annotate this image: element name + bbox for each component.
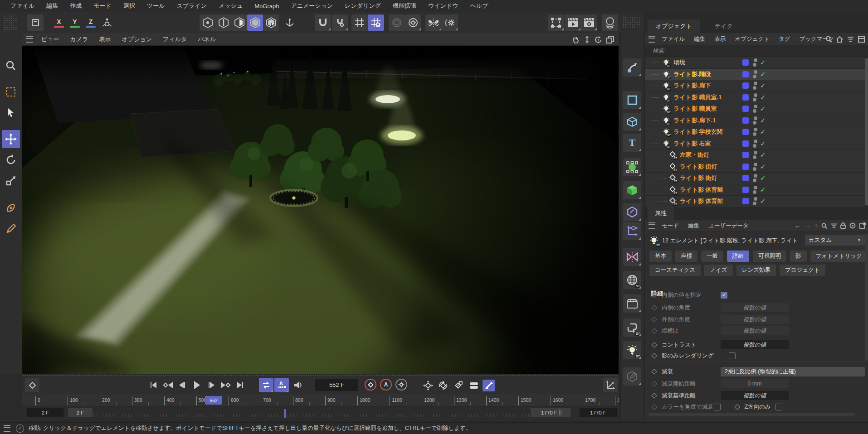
layer-color-chip[interactable] — [742, 94, 749, 101]
range-start-field[interactable]: 2 F — [27, 408, 63, 417]
om-filter-icon[interactable] — [847, 36, 854, 42]
menubar-item[interactable]: ヘルプ — [464, 2, 494, 10]
contrast-field[interactable]: 複数の値 — [721, 340, 789, 349]
new-panel-icon[interactable] — [859, 222, 866, 229]
range-end-field[interactable]: 1770 F — [580, 408, 617, 417]
layer-color-chip[interactable] — [742, 117, 749, 124]
recent-tool-1-button[interactable] — [2, 199, 20, 217]
record-pla-toggle[interactable] — [483, 380, 495, 391]
symmetry-object-button[interactable] — [623, 248, 641, 266]
take-button[interactable]: ST — [623, 318, 641, 337]
keyframe-diamond-icon[interactable] — [651, 381, 657, 387]
object-name[interactable]: ライト影.廊下.1 — [673, 116, 716, 125]
viewport-menu-item[interactable]: パネル — [192, 35, 221, 43]
attr-tab[interactable]: コースティクス — [649, 265, 701, 276]
coordinate-system-button[interactable] — [99, 14, 115, 31]
stage-camera-button[interactable] — [623, 294, 641, 313]
menubar-item[interactable]: モード — [88, 2, 117, 10]
keyframe-selection-button[interactable] — [25, 378, 39, 392]
menubar-item[interactable]: メッシュ — [213, 2, 249, 10]
menubar-item[interactable]: アニメーション — [285, 2, 339, 10]
maximize-view-icon[interactable] — [606, 36, 614, 43]
keying-settings-button[interactable] — [395, 379, 407, 391]
record-parameters-toggle[interactable] — [468, 380, 480, 391]
dolly-icon[interactable] — [584, 36, 590, 43]
keyframe-diamond-icon[interactable] — [651, 404, 657, 410]
menubar-item[interactable]: MoGraph — [249, 3, 285, 10]
attributes-menu-item[interactable]: 編集 — [683, 222, 704, 230]
move-tool-button[interactable] — [2, 130, 20, 148]
light-object-button[interactable]: ST — [623, 341, 641, 359]
axis-edit-button[interactable] — [282, 14, 298, 31]
history-button[interactable] — [27, 14, 44, 31]
next-frame-button[interactable] — [204, 378, 219, 392]
layer-color-chip[interactable] — [742, 140, 749, 147]
om-home-icon[interactable] — [836, 36, 843, 43]
object-tree-row[interactable]: ST ライト影 街灯 ✓ — [645, 161, 865, 173]
edges-mode-button[interactable] — [215, 14, 232, 31]
loop-mode-button[interactable] — [259, 378, 273, 392]
attr-tab[interactable]: 可視照明 — [753, 251, 786, 262]
object-manager-menu-item[interactable]: 編集 — [689, 35, 710, 43]
status-menu-icon[interactable] — [4, 425, 10, 432]
range-end-handle[interactable]: 1770 F — [531, 408, 571, 417]
attr-tab[interactable]: フォトメトリック — [810, 251, 868, 262]
keyframe-diamond-icon[interactable] — [651, 305, 657, 311]
object-name[interactable]: ライト影 職員室.1 — [673, 93, 722, 101]
om-search-icon[interactable] — [825, 36, 832, 43]
deformer-button[interactable] — [623, 181, 641, 199]
panel-drag-handle[interactable] — [622, 17, 640, 29]
tab-take-manager[interactable]: テイク — [707, 19, 741, 33]
object-name[interactable]: ライト影 職員室 — [673, 105, 717, 113]
attr-tab[interactable]: ノイズ — [704, 265, 732, 276]
object-tree-row[interactable]: ST 左家・街灯 ✓ — [645, 149, 865, 161]
enabled-check-icon[interactable]: ✓ — [760, 93, 766, 101]
pen-spline-tool-button[interactable] — [623, 58, 641, 77]
fcurve-manager-button[interactable] — [603, 378, 618, 392]
menubar-item[interactable]: 選択 — [117, 2, 141, 10]
generator-button[interactable] — [623, 158, 641, 176]
attributes-h-scrollbar[interactable] — [649, 413, 855, 416]
goto-start-button[interactable] — [146, 378, 161, 392]
object-tree-row[interactable]: ST ライト影.廊下 ✓ — [645, 80, 865, 92]
range-track[interactable] — [93, 408, 531, 417]
attr-tab[interactable]: 詳細 — [727, 251, 749, 262]
attributes-v-scrollbar[interactable] — [865, 234, 868, 361]
object-type-icon[interactable]: ST — [662, 70, 671, 79]
play-button[interactable] — [190, 378, 204, 392]
outer-angle-field[interactable]: 複数の値 — [721, 315, 789, 324]
layer-color-chip[interactable] — [742, 152, 749, 158]
recent-tool-2-button[interactable] — [2, 220, 20, 238]
visibility-dots[interactable] — [753, 150, 757, 160]
viewport-solo-button[interactable] — [405, 14, 421, 31]
object-type-icon[interactable]: ST — [662, 116, 671, 125]
orbit-icon[interactable] — [595, 36, 602, 43]
viewport-solo-off-button[interactable] — [389, 14, 405, 31]
menubar-item[interactable]: レンダリング — [339, 2, 387, 10]
goto-end-button[interactable] — [233, 378, 248, 392]
layer-color-chip[interactable] — [742, 129, 749, 135]
keyframe-diamond-icon[interactable] — [651, 353, 657, 359]
inner-angle-field[interactable]: 複数の値 — [721, 303, 789, 312]
enabled-check-icon[interactable]: ✓ — [760, 116, 766, 125]
viewport-menu-item[interactable]: フィルタ — [157, 35, 192, 43]
layer-color-chip[interactable] — [742, 82, 749, 89]
object-name[interactable]: 左家・街灯 — [680, 151, 709, 159]
falloff-ref-field[interactable]: 複数の値 — [721, 391, 789, 400]
volume-builder-button[interactable] — [623, 203, 641, 221]
autokey-button[interactable]: A — [380, 379, 392, 391]
tweak-tool-button[interactable] — [2, 104, 20, 122]
object-tree-row[interactable]: ST ライト影 体育館 ✓ — [645, 196, 865, 207]
visibility-dots[interactable] — [753, 197, 757, 207]
enabled-check-icon[interactable]: ✓ — [760, 82, 766, 90]
record-position-toggle[interactable] — [422, 380, 434, 391]
visibility-dots[interactable] — [753, 162, 757, 172]
object-tree-row[interactable]: ST ライト影.階段 ✓ — [645, 69, 865, 81]
object-name[interactable]: 環境 — [673, 58, 685, 67]
object-tree-row[interactable]: ST ライト影.廊下.1 ✓ — [645, 115, 865, 127]
tab-object-manager[interactable]: オブジェクト — [648, 19, 700, 33]
attr-filter-icon[interactable] — [831, 223, 837, 228]
render-view-button[interactable] — [565, 14, 581, 31]
layer-color-chip[interactable] — [742, 59, 749, 66]
object-name[interactable]: ライト影 体育館 — [680, 197, 723, 205]
